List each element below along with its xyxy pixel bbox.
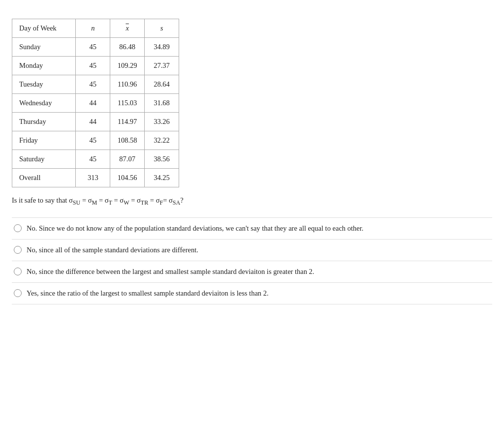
cell-xbar: 110.96	[110, 75, 145, 94]
cell-n: 44	[76, 113, 110, 131]
cell-xbar: 109.29	[110, 57, 145, 75]
cell-day: Overall	[12, 169, 76, 187]
cell-s: 38.56	[145, 150, 179, 169]
option-item-2[interactable]: No, since all of the sample standard dev…	[12, 239, 492, 261]
option-label-1: No. Since we do not know any of the popu…	[27, 224, 363, 233]
cell-s: 31.68	[145, 94, 179, 113]
cell-day: Thursday	[12, 113, 76, 131]
cell-xbar: 104.56	[110, 169, 145, 187]
cell-n: 45	[76, 57, 110, 75]
col-header-xbar: x	[110, 19, 145, 38]
cell-day: Wednesday	[12, 94, 76, 113]
option-item-3[interactable]: No, since the difference between the lar…	[12, 261, 492, 282]
cell-day: Monday	[12, 57, 76, 75]
answer-options: No. Since we do not know any of the popu…	[12, 217, 492, 304]
cell-n: 45	[76, 75, 110, 94]
table-row: Wednesday 44 115.03 31.68	[12, 94, 179, 113]
col-header-s: s	[145, 19, 179, 38]
table-header-row: Day of Weeknxs	[12, 19, 179, 38]
cell-s: 27.37	[145, 57, 179, 75]
cell-xbar: 87.07	[110, 150, 145, 169]
radio-button-4[interactable]	[14, 289, 22, 297]
cell-n: 45	[76, 131, 110, 150]
stats-table: Day of Weeknxs Sunday 45 86.48 34.89 Mon…	[12, 19, 179, 187]
question-text: Is it safe to say that σSU = σM = σT = σ…	[12, 196, 492, 207]
table-row: Friday 45 108.58 32.22	[12, 131, 179, 150]
table-row: Thursday 44 114.97 33.26	[12, 113, 179, 131]
table-row: Overall 313 104.56 34.25	[12, 169, 179, 187]
cell-xbar: 86.48	[110, 38, 145, 57]
cell-s: 34.89	[145, 38, 179, 57]
cell-day: Sunday	[12, 38, 76, 57]
cell-s: 32.22	[145, 131, 179, 150]
table-row: Saturday 45 87.07 38.56	[12, 150, 179, 169]
option-item-4[interactable]: Yes, since the ratio of the largest to s…	[12, 282, 492, 304]
cell-day: Saturday	[12, 150, 76, 169]
option-item-1[interactable]: No. Since we do not know any of the popu…	[12, 217, 492, 239]
radio-button-3[interactable]	[14, 268, 22, 275]
cell-n: 45	[76, 150, 110, 169]
table-row: Monday 45 109.29 27.37	[12, 57, 179, 75]
cell-s: 34.25	[145, 169, 179, 187]
cell-xbar: 115.03	[110, 94, 145, 113]
option-label-4: Yes, since the ratio of the largest to s…	[27, 289, 269, 298]
col-header-day: Day of Week	[12, 19, 76, 38]
cell-day: Friday	[12, 131, 76, 150]
cell-s: 33.26	[145, 113, 179, 131]
cell-n: 45	[76, 38, 110, 57]
cell-xbar: 108.58	[110, 131, 145, 150]
radio-button-1[interactable]	[14, 224, 22, 232]
table-row: Tuesday 45 110.96 28.64	[12, 75, 179, 94]
cell-s: 28.64	[145, 75, 179, 94]
col-header-n: n	[76, 19, 110, 38]
table-row: Sunday 45 86.48 34.89	[12, 38, 179, 57]
cell-n: 313	[76, 169, 110, 187]
option-label-2: No, since all of the sample standard dev…	[27, 246, 198, 254]
cell-xbar: 114.97	[110, 113, 145, 131]
cell-n: 44	[76, 94, 110, 113]
option-label-3: No, since the difference between the lar…	[27, 268, 315, 276]
radio-button-2[interactable]	[14, 246, 22, 254]
cell-day: Tuesday	[12, 75, 76, 94]
